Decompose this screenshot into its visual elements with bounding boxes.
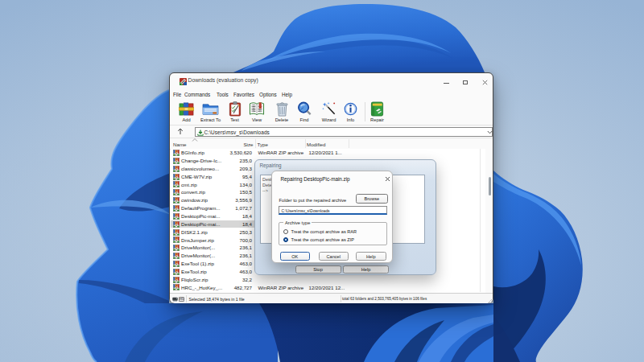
svg-text:HD: HD	[180, 297, 184, 301]
